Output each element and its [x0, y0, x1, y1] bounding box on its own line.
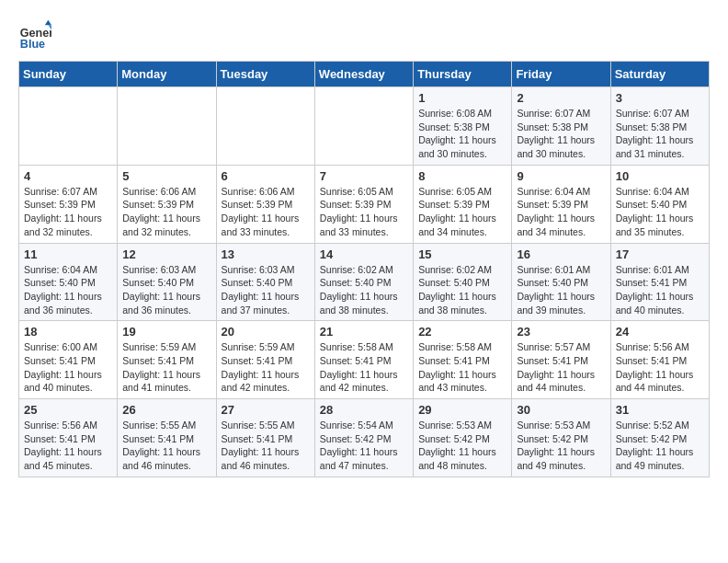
calendar-cell: 13Sunrise: 6:03 AMSunset: 5:40 PMDayligh… — [216, 243, 314, 321]
day-number: 4 — [24, 169, 112, 183]
day-info: Sunrise: 5:53 AMSunset: 5:42 PMDaylight:… — [418, 419, 506, 473]
logo-icon: General Blue — [18, 18, 51, 52]
day-number: 2 — [517, 91, 605, 105]
calendar-cell: 28Sunrise: 5:54 AMSunset: 5:42 PMDayligh… — [314, 399, 413, 477]
day-info: Sunrise: 5:59 AMSunset: 5:41 PMDaylight:… — [222, 340, 310, 395]
calendar-cell: 24Sunrise: 5:56 AMSunset: 5:41 PMDayligh… — [610, 321, 709, 399]
calendar-cell: 20Sunrise: 5:59 AMSunset: 5:41 PMDayligh… — [216, 321, 314, 399]
calendar-cell: 26Sunrise: 5:55 AMSunset: 5:41 PMDayligh… — [118, 399, 216, 477]
day-number: 20 — [222, 325, 310, 339]
day-header-friday: Friday — [512, 62, 610, 87]
day-number: 19 — [122, 325, 210, 339]
day-header-saturday: Saturday — [610, 62, 709, 87]
day-info: Sunrise: 5:56 AMSunset: 5:41 PMDaylight:… — [616, 340, 704, 395]
day-info: Sunrise: 6:03 AMSunset: 5:40 PMDaylight:… — [122, 263, 210, 317]
day-info: Sunrise: 5:52 AMSunset: 5:42 PMDaylight:… — [616, 419, 704, 473]
calendar-header-row: SundayMondayTuesdayWednesdayThursdayFrid… — [19, 62, 710, 87]
calendar-cell: 5Sunrise: 6:06 AMSunset: 5:39 PMDaylight… — [118, 165, 216, 243]
day-number: 14 — [320, 247, 408, 261]
calendar-table: SundayMondayTuesdayWednesdayThursdayFrid… — [18, 61, 710, 477]
day-info: Sunrise: 5:53 AMSunset: 5:42 PMDaylight:… — [517, 419, 605, 473]
calendar-cell: 25Sunrise: 5:56 AMSunset: 5:41 PMDayligh… — [19, 399, 118, 477]
calendar-cell: 9Sunrise: 6:04 AMSunset: 5:39 PMDaylight… — [512, 165, 610, 243]
day-info: Sunrise: 6:04 AMSunset: 5:40 PMDaylight:… — [24, 263, 112, 317]
day-info: Sunrise: 6:05 AMSunset: 5:39 PMDaylight:… — [418, 185, 506, 239]
calendar-cell — [19, 87, 118, 166]
day-info: Sunrise: 6:07 AMSunset: 5:39 PMDaylight:… — [24, 185, 112, 239]
calendar-cell: 11Sunrise: 6:04 AMSunset: 5:40 PMDayligh… — [19, 243, 118, 321]
calendar-cell: 1Sunrise: 6:08 AMSunset: 5:38 PMDaylight… — [414, 87, 512, 166]
calendar-cell — [314, 87, 413, 166]
day-info: Sunrise: 5:55 AMSunset: 5:41 PMDaylight:… — [222, 419, 310, 473]
calendar-cell: 29Sunrise: 5:53 AMSunset: 5:42 PMDayligh… — [414, 399, 512, 477]
day-info: Sunrise: 6:00 AMSunset: 5:41 PMDaylight:… — [24, 340, 112, 395]
day-header-tuesday: Tuesday — [216, 62, 314, 87]
day-info: Sunrise: 5:56 AMSunset: 5:41 PMDaylight:… — [24, 419, 112, 473]
day-number: 16 — [517, 247, 605, 261]
day-number: 18 — [24, 325, 112, 339]
day-number: 21 — [320, 325, 408, 339]
day-header-wednesday: Wednesday — [314, 62, 413, 87]
day-number: 26 — [122, 403, 210, 417]
day-info: Sunrise: 5:59 AMSunset: 5:41 PMDaylight:… — [122, 340, 210, 395]
day-info: Sunrise: 6:04 AMSunset: 5:39 PMDaylight:… — [517, 185, 605, 239]
calendar-week-4: 18Sunrise: 6:00 AMSunset: 5:41 PMDayligh… — [19, 321, 710, 399]
day-number: 27 — [222, 403, 310, 417]
calendar-cell: 7Sunrise: 6:05 AMSunset: 5:39 PMDaylight… — [314, 165, 413, 243]
calendar-cell: 8Sunrise: 6:05 AMSunset: 5:39 PMDaylight… — [414, 165, 512, 243]
day-info: Sunrise: 6:03 AMSunset: 5:40 PMDaylight:… — [222, 263, 310, 317]
day-info: Sunrise: 5:58 AMSunset: 5:41 PMDaylight:… — [418, 340, 506, 395]
day-number: 6 — [222, 169, 310, 183]
day-number: 22 — [418, 325, 506, 339]
day-info: Sunrise: 5:55 AMSunset: 5:41 PMDaylight:… — [122, 419, 210, 473]
calendar-cell: 21Sunrise: 5:58 AMSunset: 5:41 PMDayligh… — [314, 321, 413, 399]
calendar-cell — [216, 87, 314, 166]
svg-marker-2 — [45, 20, 51, 25]
day-header-sunday: Sunday — [19, 62, 118, 87]
calendar-week-2: 4Sunrise: 6:07 AMSunset: 5:39 PMDaylight… — [19, 165, 710, 243]
day-number: 24 — [616, 325, 704, 339]
day-number: 7 — [320, 169, 408, 183]
day-number: 10 — [616, 169, 704, 183]
calendar-cell — [118, 87, 216, 166]
calendar-cell: 19Sunrise: 5:59 AMSunset: 5:41 PMDayligh… — [118, 321, 216, 399]
calendar-cell: 2Sunrise: 6:07 AMSunset: 5:38 PMDaylight… — [512, 87, 610, 166]
day-number: 12 — [122, 247, 210, 261]
day-info: Sunrise: 6:05 AMSunset: 5:39 PMDaylight:… — [320, 185, 408, 239]
calendar-cell: 15Sunrise: 6:02 AMSunset: 5:40 PMDayligh… — [414, 243, 512, 321]
day-number: 13 — [222, 247, 310, 261]
calendar-cell: 27Sunrise: 5:55 AMSunset: 5:41 PMDayligh… — [216, 399, 314, 477]
day-info: Sunrise: 6:04 AMSunset: 5:40 PMDaylight:… — [616, 185, 704, 239]
day-info: Sunrise: 6:06 AMSunset: 5:39 PMDaylight:… — [122, 185, 210, 239]
day-info: Sunrise: 6:08 AMSunset: 5:38 PMDaylight:… — [418, 107, 506, 161]
day-number: 1 — [418, 91, 506, 105]
day-number: 30 — [517, 403, 605, 417]
calendar-week-3: 11Sunrise: 6:04 AMSunset: 5:40 PMDayligh… — [19, 243, 710, 321]
day-number: 23 — [517, 325, 605, 339]
day-info: Sunrise: 5:57 AMSunset: 5:41 PMDaylight:… — [517, 340, 605, 395]
day-number: 17 — [616, 247, 704, 261]
day-info: Sunrise: 6:02 AMSunset: 5:40 PMDaylight:… — [418, 263, 506, 317]
day-number: 3 — [616, 91, 704, 105]
calendar-cell: 30Sunrise: 5:53 AMSunset: 5:42 PMDayligh… — [512, 399, 610, 477]
calendar-body: 1Sunrise: 6:08 AMSunset: 5:38 PMDaylight… — [19, 87, 710, 477]
day-info: Sunrise: 6:02 AMSunset: 5:40 PMDaylight:… — [320, 263, 408, 317]
calendar-cell: 4Sunrise: 6:07 AMSunset: 5:39 PMDaylight… — [19, 165, 118, 243]
day-info: Sunrise: 6:01 AMSunset: 5:40 PMDaylight:… — [517, 263, 605, 317]
calendar-cell: 17Sunrise: 6:01 AMSunset: 5:41 PMDayligh… — [610, 243, 709, 321]
day-info: Sunrise: 6:06 AMSunset: 5:39 PMDaylight:… — [222, 185, 310, 239]
day-number: 25 — [24, 403, 112, 417]
calendar-cell: 18Sunrise: 6:00 AMSunset: 5:41 PMDayligh… — [19, 321, 118, 399]
calendar-cell: 16Sunrise: 6:01 AMSunset: 5:40 PMDayligh… — [512, 243, 610, 321]
day-info: Sunrise: 5:58 AMSunset: 5:41 PMDaylight:… — [320, 340, 408, 395]
calendar-cell: 10Sunrise: 6:04 AMSunset: 5:40 PMDayligh… — [610, 165, 709, 243]
page-header: General Blue — [18, 18, 710, 52]
day-number: 15 — [418, 247, 506, 261]
calendar-cell: 23Sunrise: 5:57 AMSunset: 5:41 PMDayligh… — [512, 321, 610, 399]
calendar-cell: 31Sunrise: 5:52 AMSunset: 5:42 PMDayligh… — [610, 399, 709, 477]
day-number: 29 — [418, 403, 506, 417]
day-number: 9 — [517, 169, 605, 183]
calendar-week-1: 1Sunrise: 6:08 AMSunset: 5:38 PMDaylight… — [19, 87, 710, 166]
day-number: 8 — [418, 169, 506, 183]
day-number: 5 — [122, 169, 210, 183]
